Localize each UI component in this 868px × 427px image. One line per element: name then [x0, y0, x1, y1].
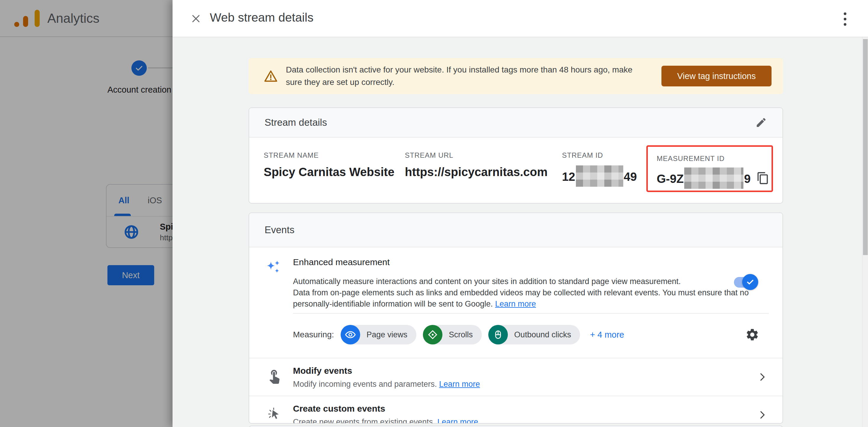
stream-name-label: STREAM NAME — [264, 151, 405, 159]
stream-id-redaction — [576, 165, 623, 187]
sparkle-icon — [265, 259, 282, 276]
stream-id-value: 1249 — [562, 165, 646, 187]
more-chips-link[interactable]: + 4 more — [590, 330, 624, 340]
view-tag-instructions-button[interactable]: View tag instructions — [661, 66, 772, 86]
events-card: Events Enhanced measurement Automatica — [249, 212, 783, 424]
stream-details-card: Stream details STREAM NAME Spicy Carnita… — [249, 108, 783, 204]
create-custom-events-title: Create custom events — [293, 403, 782, 414]
web-stream-details-panel: Web stream details Data collection isn't… — [173, 0, 868, 427]
chip-scrolls[interactable]: Scrolls — [423, 325, 482, 344]
cursor-sparks-icon — [266, 406, 282, 422]
chip-page-views[interactable]: Page views — [341, 325, 416, 344]
create-custom-events-description: Create new events from existing events. … — [293, 417, 782, 424]
create-custom-events-row[interactable]: Create custom events Create new events f… — [249, 396, 782, 424]
modify-events-description: Modify incoming events and parameters. L… — [293, 379, 782, 389]
tap-icon — [266, 368, 282, 384]
more-options-icon[interactable] — [838, 11, 851, 27]
enhanced-measurement-toggle[interactable] — [734, 277, 757, 287]
stream-details-header: Stream details — [249, 108, 782, 138]
next-card-edge — [249, 426, 783, 427]
scrollbar-thumb[interactable] — [863, 39, 868, 255]
data-collection-warning-banner: Data collection isn't active for your we… — [249, 58, 783, 94]
gear-icon[interactable] — [745, 328, 760, 342]
edit-pencil-icon[interactable] — [755, 117, 767, 128]
stream-url-label: STREAM URL — [405, 151, 562, 159]
chevron-right-icon[interactable] — [756, 371, 768, 383]
chip-outbound-clicks[interactable]: Outbound clicks — [488, 325, 580, 344]
panel-content: Data collection isn't active for your we… — [249, 37, 783, 427]
stream-id-label: STREAM ID — [562, 151, 646, 159]
modify-events-row[interactable]: Modify events Modify incoming events and… — [249, 358, 782, 396]
measuring-row: Measuring: Page views — [265, 314, 782, 358]
enhanced-measurement-title: Enhanced measurement — [293, 257, 782, 268]
measurement-id-highlight: MEASUREMENT ID G-9Z9 — [646, 145, 773, 192]
measuring-label: Measuring: — [293, 330, 334, 339]
measurement-id-value: G-9Z9 — [657, 167, 750, 189]
enhanced-measurement-section: Enhanced measurement Automatically measu… — [249, 247, 782, 358]
events-header: Events — [249, 213, 782, 247]
panel-title: Web stream details — [210, 11, 313, 25]
measurement-id-label: MEASUREMENT ID — [657, 154, 772, 163]
eye-icon — [341, 325, 360, 344]
stream-details-body: STREAM NAME Spicy Carnitas Website STREA… — [249, 138, 782, 203]
scroll-icon — [423, 325, 442, 344]
close-icon[interactable] — [190, 12, 202, 25]
enhanced-measurement-description: Automatically measure interactions and c… — [293, 276, 782, 309]
warning-message: Data collection isn't active for your we… — [286, 64, 632, 89]
create-custom-events-learn-more-link[interactable]: Learn more — [437, 418, 478, 424]
measurement-id-redaction — [684, 167, 743, 189]
modify-events-learn-more-link[interactable]: Learn more — [439, 380, 480, 389]
screen: Analytics Account creation All iOS — [0, 0, 868, 427]
panel-scrollbar — [862, 37, 868, 427]
stream-details-title: Stream details — [265, 117, 327, 128]
enhanced-learn-more-link[interactable]: Learn more — [495, 300, 536, 308]
stream-url-value: https://spicycarnitas.com — [405, 165, 562, 179]
chevron-right-icon[interactable] — [756, 409, 768, 421]
events-title: Events — [265, 224, 294, 236]
warning-icon — [264, 70, 278, 82]
copy-icon[interactable] — [756, 172, 770, 185]
stream-name-value: Spicy Carnitas Website — [264, 165, 405, 179]
modify-events-title: Modify events — [293, 365, 782, 376]
panel-header: Web stream details — [173, 0, 868, 37]
mouse-icon — [488, 325, 508, 344]
